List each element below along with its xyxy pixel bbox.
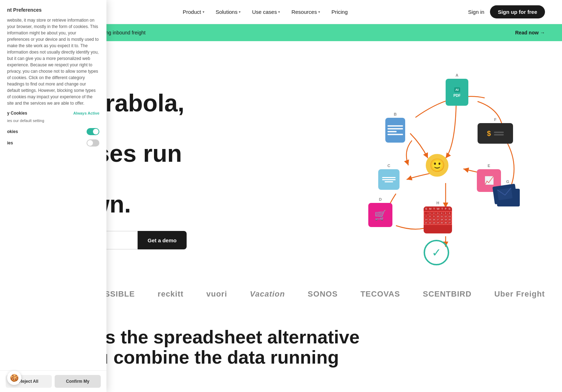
node-end: ✓: [424, 240, 449, 265]
node-h-label: H: [436, 201, 439, 205]
node-a: A PDF: [446, 73, 468, 106]
node-center: 🙂: [426, 154, 448, 177]
cookie-panel-title: nt Preferences: [7, 7, 99, 13]
solutions-chevron-icon: ▾: [239, 10, 241, 14]
calendar-grid: 123456 78910111213 14151617181920 212223…: [424, 211, 452, 225]
dollar-sign: $: [487, 129, 491, 138]
product-chevron-icon: ▾: [203, 10, 204, 14]
cart-icon: 🛒: [374, 209, 387, 221]
card-pdf: PDF: [446, 79, 468, 106]
cookie-toggle-2[interactable]: [87, 128, 99, 135]
sign-in-link[interactable]: Sign in: [468, 9, 484, 15]
cookie-section-necessary: y Cookies Always Active ies our default …: [7, 111, 99, 124]
cookie-toggle-3[interactable]: [87, 139, 99, 147]
node-b-label: B: [394, 112, 397, 116]
docker-stripes: [494, 132, 504, 136]
cookie-body-text: website, it may store or retrieve inform…: [7, 17, 99, 106]
cookie-consent-panel: nt Preferences website, it may store or …: [0, 0, 106, 382]
cookie-section-3: ies: [7, 139, 99, 147]
card-docker: $: [478, 123, 513, 144]
logo-tecovas: TECOVAS: [360, 289, 400, 299]
get-demo-button[interactable]: Get a demo: [138, 231, 187, 249]
card-list: [385, 118, 405, 143]
logo-reckitt: reckitt: [158, 289, 183, 299]
nav-product[interactable]: Product ▾: [183, 9, 204, 15]
logo-sonos: SONOS: [308, 289, 337, 299]
cookie-section-necessary-title: y Cookies: [7, 111, 27, 116]
read-now-link[interactable]: Read now →: [515, 30, 545, 35]
node-c-label: C: [387, 164, 390, 168]
node-a-label: A: [456, 73, 458, 77]
node-d-label: D: [379, 197, 382, 201]
resources-chevron-icon: ▾: [318, 10, 320, 14]
logo-vuori: vuori: [206, 289, 227, 299]
signup-button[interactable]: Sign up for free: [490, 5, 545, 18]
node-g: G: [494, 180, 522, 210]
cookie-section-2: okies: [7, 128, 99, 135]
logo-vacation: Vacation: [250, 289, 285, 299]
card-check: ✓: [424, 240, 449, 265]
confirm-button[interactable]: Confirm My: [55, 375, 101, 382]
node-b: B: [385, 112, 405, 143]
card-msg: [378, 169, 400, 190]
node-f: F $: [478, 117, 513, 144]
logo-scentbird: SCENTBIRD: [423, 289, 472, 299]
node-e-label: E: [487, 164, 490, 168]
nav-solutions[interactable]: Solutions ▾: [216, 9, 241, 15]
node-c: C: [378, 164, 400, 190]
calendar-header: SMTWTFS: [424, 206, 452, 211]
use-cases-chevron-icon: ▾: [278, 10, 280, 14]
card-avatar: 🙂: [426, 154, 448, 177]
toggle-always-active: Always Active: [73, 111, 99, 115]
cookie-section-3-title: ies: [7, 140, 13, 145]
card-cart: 🛒: [368, 203, 392, 227]
nav-use-cases[interactable]: Use cases ▾: [252, 9, 280, 15]
cookie-section-2-title: okies: [7, 129, 18, 134]
logo-uber-freight: Uber Freight: [494, 289, 545, 299]
node-g-label: G: [506, 180, 509, 184]
nav-resources[interactable]: Resources ▾: [291, 9, 320, 15]
node-d: D 🛒: [368, 197, 392, 227]
avatar-face: 🙂: [429, 158, 445, 173]
card-calendar: SMTWTFS 123456 78910111213 1415161718192…: [424, 206, 452, 233]
node-h: H SMTWTFS 123456 78910111213 14151617181…: [424, 201, 452, 233]
cookie-section-necessary-body: ies our default setting: [7, 118, 99, 124]
hero-diagram: A PDF B C: [346, 62, 545, 254]
nav-actions: Sign in Sign up for free: [468, 5, 545, 18]
nav-links: Product ▾ Solutions ▾ Use cases ▾ Resour…: [183, 9, 348, 15]
nav-pricing[interactable]: Pricing: [331, 9, 348, 15]
node-f-label: F: [494, 117, 497, 122]
chart-icon: 📈: [484, 176, 494, 185]
svg-rect-1: [497, 188, 513, 200]
